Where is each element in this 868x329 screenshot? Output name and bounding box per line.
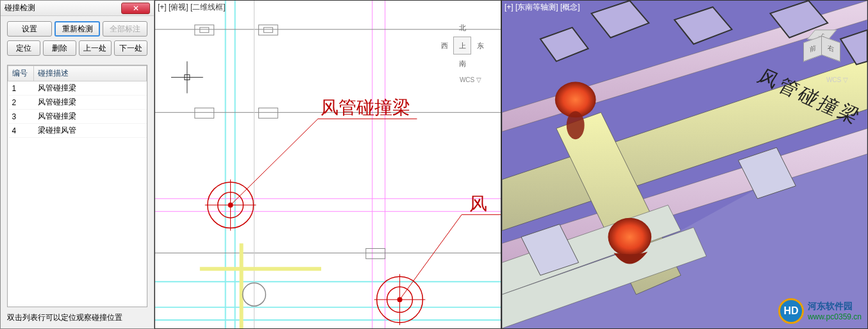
cube-west[interactable]: 西 bbox=[435, 37, 453, 55]
watermark-cn: 河东软件园 bbox=[808, 301, 862, 312]
svg-rect-16 bbox=[200, 28, 209, 33]
panel-title: 碰撞检测 bbox=[4, 3, 35, 13]
svg-rect-20 bbox=[258, 108, 278, 118]
button-rows: 设置 重新检测 全部标注 定位 删除 上一处 下一处 bbox=[1, 16, 154, 65]
wcs-label-3d[interactable]: WCS ▽ bbox=[826, 76, 848, 83]
collision-table[interactable]: 编号 碰撞描述 1风管碰撞梁 2风管碰撞梁 3风管碰撞梁 4梁碰撞风管 bbox=[8, 65, 147, 138]
svg-marker-50 bbox=[674, 7, 732, 44]
settings-button[interactable]: 设置 bbox=[7, 21, 52, 37]
table-row[interactable]: 3风管碰撞梁 bbox=[8, 110, 147, 124]
collision-table-wrap: 编号 碰撞描述 1风管碰撞梁 2风管碰撞梁 3风管碰撞梁 4梁碰撞风管 bbox=[7, 65, 147, 307]
recheck-button[interactable]: 重新检测 bbox=[54, 21, 101, 37]
svg-rect-17 bbox=[258, 25, 278, 35]
locate-button[interactable]: 定位 bbox=[7, 40, 40, 56]
hint-text: 双击列表行可以定位观察碰撞位置 bbox=[1, 307, 154, 328]
watermark: HD 河东软件园 www.pc0359.cn bbox=[778, 298, 862, 324]
cube-east[interactable]: 东 bbox=[471, 37, 489, 55]
viewport-2d[interactable]: [+] [俯视] [二维线框] 北 南 西 东 上 WCS ▽ bbox=[154, 0, 501, 329]
viewcube-3d[interactable]: 上 前 右 bbox=[797, 26, 842, 71]
watermark-url: www.pc0359.cn bbox=[808, 312, 862, 321]
svg-marker-53 bbox=[840, 30, 867, 65]
annotation-2: 风 bbox=[469, 192, 487, 216]
collision-panel: 碰撞检测 ✕ 设置 重新检测 全部标注 定位 删除 上一处 下一处 编号 碰撞描… bbox=[0, 0, 154, 329]
viewport-3d-label[interactable]: [+] [东南等轴测] [概念] bbox=[505, 2, 580, 13]
col-desc[interactable]: 碰撞描述 bbox=[34, 66, 147, 81]
viewport-3d[interactable]: [+] [东南等轴测] [概念] 上 前 右 WCS ▽ bbox=[501, 0, 868, 329]
cube-top[interactable]: 上 bbox=[453, 37, 471, 55]
svg-rect-19 bbox=[195, 108, 214, 118]
svg-rect-18 bbox=[263, 28, 272, 33]
col-id[interactable]: 编号 bbox=[8, 66, 34, 81]
table-row[interactable]: 1风管碰撞梁 bbox=[8, 81, 147, 96]
watermark-logo-icon: HD bbox=[778, 298, 804, 324]
panel-titlebar[interactable]: 碰撞检测 ✕ bbox=[1, 1, 154, 16]
table-row[interactable]: 4梁碰撞风管 bbox=[8, 124, 147, 138]
cube3d-front[interactable]: 前 bbox=[803, 36, 822, 62]
viewport-2d-label[interactable]: [+] [俯视] [二维线框] bbox=[158, 2, 226, 13]
svg-rect-21 bbox=[366, 248, 385, 258]
cube-north[interactable]: 北 bbox=[453, 19, 471, 37]
svg-marker-49 bbox=[592, 1, 649, 38]
viewcube-2d[interactable]: 北 南 西 东 上 bbox=[437, 20, 488, 71]
svg-line-38 bbox=[400, 215, 462, 299]
svg-marker-51 bbox=[540, 28, 588, 62]
svg-rect-15 bbox=[195, 25, 214, 35]
svg-point-54 bbox=[567, 111, 585, 139]
collision-sphere-2 bbox=[608, 218, 651, 257]
cube-south[interactable]: 南 bbox=[453, 55, 471, 72]
svg-line-36 bbox=[231, 119, 318, 205]
wcs-label-2d[interactable]: WCS ▽ bbox=[460, 76, 481, 83]
cube3d-right[interactable]: 右 bbox=[821, 36, 840, 62]
annotate-all-button[interactable]: 全部标注 bbox=[103, 21, 147, 37]
prev-button[interactable]: 上一处 bbox=[79, 40, 112, 56]
table-row[interactable]: 2风管碰撞梁 bbox=[8, 96, 147, 110]
close-button[interactable]: ✕ bbox=[121, 3, 150, 14]
next-button[interactable]: 下一处 bbox=[114, 40, 147, 56]
delete-button[interactable]: 删除 bbox=[43, 40, 76, 56]
annotation-1: 风管碰撞梁 bbox=[321, 96, 410, 120]
